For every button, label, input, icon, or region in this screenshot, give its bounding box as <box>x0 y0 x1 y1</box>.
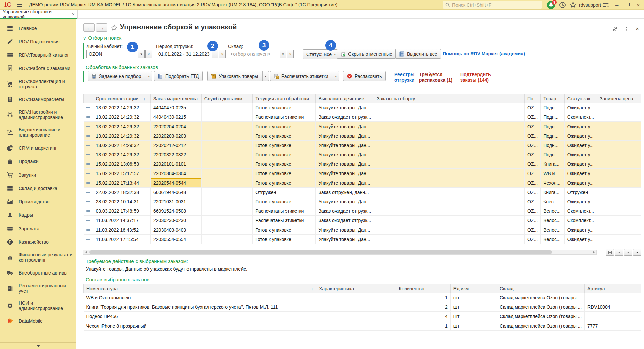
cell-product[interactable]: Книга... <box>541 188 565 197</box>
cell-delivery[interactable] <box>201 112 252 122</box>
order-row[interactable]: 11.03.2022 14:37:1722030230-0230Распечат… <box>84 216 641 225</box>
cell-order[interactable]: 22030403-0403 <box>151 225 202 235</box>
row-marker-cell[interactable] <box>84 169 93 178</box>
list-begin-button[interactable] <box>606 249 614 256</box>
composition-header-unit[interactable]: Ед.изм <box>450 284 497 293</box>
cell-date[interactable]: 15.02.2022 15:17:57 <box>93 169 151 178</box>
row-marker-cell[interactable] <box>84 141 93 150</box>
cell-date[interactable]: 13.02.2022 14:29:32 <box>93 112 151 122</box>
sidebar-item-4[interactable]: RDV:Работа с заказами <box>0 62 76 75</box>
cell-product[interactable]: Подн... <box>541 141 565 150</box>
cell-price[interactable] <box>597 159 641 169</box>
column-header-order[interactable]: Заказ маркетплейса <box>151 94 202 103</box>
composition-row[interactable]: Книга "Теория для практиков. Базовые при… <box>84 302 641 312</box>
cell-name[interactable]: Чехол iPhone 8 прозрачный <box>84 321 316 331</box>
cell-assembly[interactable] <box>374 206 525 216</box>
cell-price[interactable] <box>597 197 641 206</box>
horizontal-scrollbar[interactable] <box>83 250 597 255</box>
cell-delivery[interactable] <box>201 122 252 131</box>
cell-price[interactable] <box>597 122 641 131</box>
cell-date[interactable]: 28.02.2022 10:14:31 <box>93 197 151 206</box>
cell-product[interactable]: Подн... <box>541 150 565 159</box>
row-marker-cell[interactable] <box>84 216 93 225</box>
warehouse-clear-button[interactable]: × <box>287 50 294 58</box>
cell-warehouse[interactable]: Склад маркетплейса Ozon (товары ... <box>497 312 584 321</box>
cell-delivery[interactable] <box>201 197 252 206</box>
cell-price[interactable] <box>597 112 641 122</box>
current-user[interactable]: rdvsupport <box>579 2 601 8</box>
cell-order[interactable]: 22020322-0322 <box>151 150 202 159</box>
cell-assembly[interactable] <box>374 225 525 235</box>
order-row[interactable]: 13.02.2022 14:29:3222020203-0203Готов к … <box>84 131 641 141</box>
cell-date[interactable]: 03.03.2022 17:48:59 <box>93 206 151 216</box>
cell-action[interactable]: Упакуйте товары. Дан... <box>316 131 374 141</box>
cell-status[interactable]: Ожидает у... <box>564 235 597 244</box>
cell-delivery[interactable] <box>201 103 252 112</box>
cell-price[interactable] <box>597 131 641 141</box>
cell-cabinet[interactable]: OZ... <box>525 225 541 235</box>
cell-product[interactable]: Велос... <box>541 206 565 216</box>
cell-date[interactable]: 15.02.2022 13:06:53 <box>93 159 151 169</box>
cell-order[interactable]: 66061944-0648 <box>151 188 202 197</box>
list-end-button[interactable] <box>633 249 641 256</box>
cell-date[interactable]: 13.02.2022 14:29:32 <box>93 141 151 150</box>
cell-cabinet[interactable]: OZ... <box>525 159 541 169</box>
favorites-star-icon[interactable] <box>569 1 577 9</box>
cell-stage[interactable]: Готов к упаковке <box>253 169 316 178</box>
forward-button[interactable]: → <box>96 23 107 32</box>
cell-delivery[interactable] <box>201 188 252 197</box>
status-filter-button[interactable]: Статус: Все ▾ <box>303 49 339 59</box>
composition-header-name[interactable]: Номенклатура↓ <box>84 284 316 293</box>
row-marker-cell[interactable] <box>84 188 93 197</box>
row-marker-cell[interactable] <box>84 112 93 122</box>
cell-assembly[interactable] <box>374 150 525 159</box>
sidebar-item-1[interactable]: Главное <box>0 21 76 35</box>
cell-stage[interactable]: Готов к упаковке <box>253 225 316 235</box>
hide-cancelled-button[interactable]: Скрыть отмененные <box>337 49 396 59</box>
filter-section-header[interactable]: ∨Отбор и поиск <box>83 35 121 41</box>
cell-action[interactable]: Упакуйте товары. Дан... <box>316 141 374 150</box>
cell-cabinet[interactable]: OZ... <box>525 131 541 141</box>
cell-status[interactable]: Ожидает у... <box>564 103 597 112</box>
cell-date[interactable]: 13.02.2022 14:29:32 <box>93 150 151 159</box>
column-header-row-marker[interactable] <box>84 94 93 103</box>
order-row[interactable]: 28.02.2022 10:14:3122021031-0031Готов к … <box>84 197 641 206</box>
cell-order[interactable]: 22020101-0101 <box>151 159 202 169</box>
row-marker-cell[interactable] <box>84 131 93 141</box>
composition-header-qty[interactable]: Количество <box>396 284 450 293</box>
cell-action[interactable]: Упакуйте товары. Дан... <box>316 225 374 235</box>
cell-product[interactable]: <нес... <box>541 197 565 206</box>
cell-product[interactable]: Подн... <box>541 112 565 122</box>
cell-stage[interactable]: Готов к упаковке <box>253 103 316 112</box>
cell-status[interactable]: Ожидает у... <box>564 197 597 206</box>
sidebar-item-20[interactable]: НСИ и администрирование <box>0 297 76 314</box>
cell-cabinet[interactable]: OZ... <box>525 178 541 188</box>
pack-goods-button[interactable]: Упаковать товары ▾ <box>207 71 269 81</box>
order-row[interactable]: 13.02.2022 14:29:3244040430-0215Распечат… <box>84 112 641 122</box>
cell-status[interactable]: Ожидает у... <box>564 159 597 169</box>
sidebar-item-12[interactable]: Склад и доставка <box>0 182 76 195</box>
cell-stage[interactable]: Готов к упаковке <box>253 178 316 188</box>
close-window-button[interactable]: × <box>637 2 640 9</box>
functions-menu-icon[interactable] <box>602 1 609 9</box>
cell-status[interactable]: Отгружен <box>564 188 597 197</box>
cell-action[interactable]: Заказ отгружен, данн... <box>316 188 374 197</box>
cell-article[interactable] <box>585 312 641 321</box>
row-marker-cell[interactable] <box>84 159 93 169</box>
sidebar-item-18[interactable]: Внеоборотные активы <box>0 266 76 280</box>
cell-date[interactable]: 13.02.2022 14:29:32 <box>93 122 151 131</box>
cell-qty[interactable]: 1 <box>396 293 450 302</box>
cell-characteristic[interactable] <box>316 293 396 302</box>
cell-name[interactable]: Книга "Теория для практиков. Базовые при… <box>84 302 316 312</box>
order-row[interactable]: 22.02.2022 18:32:3866061944-0648Отгружен… <box>84 188 641 197</box>
order-row[interactable]: 11.03.2022 16:43:5222030403-0403Готов к … <box>84 225 641 235</box>
cell-stage[interactable]: Готов к упаковке <box>253 150 316 159</box>
cell-price[interactable] <box>597 235 641 244</box>
column-header-status[interactable]: Статус зак... <box>564 94 597 103</box>
order-row[interactable]: 11.03.2022 17:15:5422030554-0554Готов к … <box>84 235 641 244</box>
more-menu-icon[interactable] <box>623 26 630 32</box>
column-header-delivery[interactable]: Служба доставки <box>201 94 252 103</box>
cell-warehouse[interactable]: Склад маркетплейса Ozon (товары ... <box>497 293 584 302</box>
column-header-date[interactable]: Срок комплектации↓ <box>93 94 151 103</box>
cell-price[interactable] <box>597 206 641 216</box>
